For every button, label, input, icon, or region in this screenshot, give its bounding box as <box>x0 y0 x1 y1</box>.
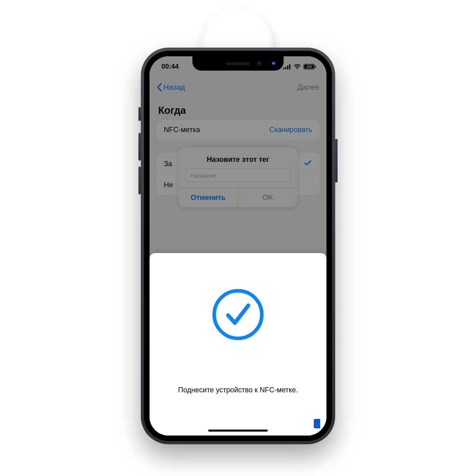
silence-switch <box>138 107 141 121</box>
svg-point-7 <box>214 291 262 338</box>
nfc-sheet-message: Поднесите устройство к NFC-метке. <box>166 386 310 394</box>
recording-indicator-dot <box>272 62 275 65</box>
front-camera <box>257 61 262 66</box>
home-indicator[interactable] <box>208 430 268 432</box>
sheet-corner-accent <box>314 419 320 428</box>
earpiece-speaker <box>226 62 250 65</box>
nfc-sheet: Поднесите устройство к NFC-метке. <box>150 253 326 436</box>
iphone-frame: 00:44 <box>141 48 335 444</box>
notch <box>192 56 284 71</box>
phone-bezel: 00:44 <box>144 51 332 441</box>
power-button <box>335 139 338 182</box>
volume-down-button <box>138 167 141 194</box>
phone-screen: 00:44 <box>150 56 326 436</box>
volume-up-button <box>138 133 141 161</box>
checkmark-circle-icon <box>210 287 266 342</box>
